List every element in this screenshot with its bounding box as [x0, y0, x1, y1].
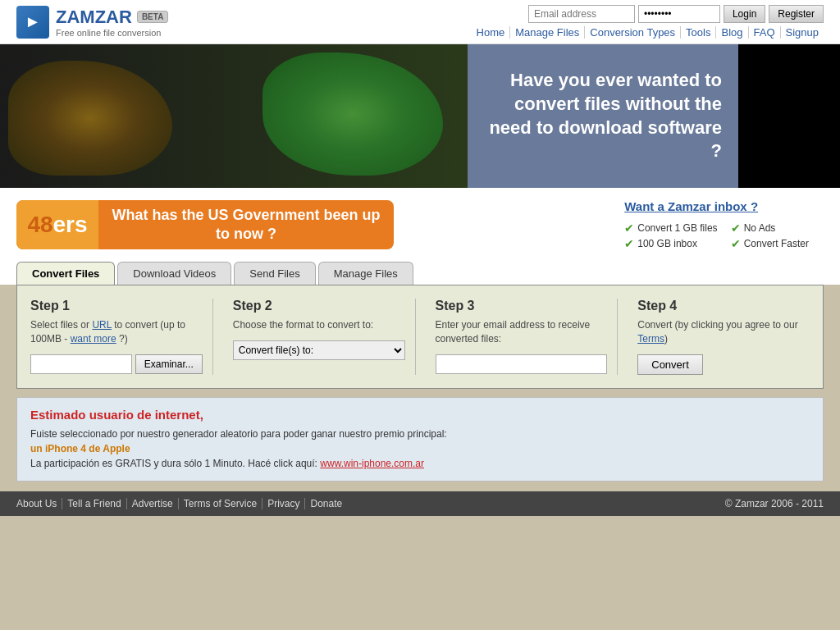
- logo-name-text: ZAMZAR: [56, 7, 132, 28]
- step1-browse-button[interactable]: Examinar...: [135, 354, 203, 374]
- step-3: Step 3 Enter your email address to recei…: [426, 299, 619, 375]
- footer-links: About Us Tell a Friend Advertise Terms o…: [16, 498, 347, 509]
- step-4: Step 4 Convert (by clicking you agree to…: [628, 299, 810, 375]
- step3-title: Step 3: [436, 299, 608, 313]
- step4-desc: Convert (by clicking you agree to our Te…: [637, 318, 810, 346]
- register-button[interactable]: Register: [769, 5, 824, 23]
- step2-format-select[interactable]: Convert file(s) to:: [233, 340, 405, 360]
- middle-section: 48ers What has the US Government been up…: [0, 188, 840, 262]
- logo-title: ZAMZAR BETA: [56, 7, 168, 28]
- footer-advertise[interactable]: Advertise: [127, 498, 179, 509]
- logo-text-area: ZAMZAR BETA Free online file conversion: [56, 7, 168, 38]
- footer-terms[interactable]: Terms of Service: [179, 498, 262, 509]
- inbox-features: ✔ Convert 1 GB files ✔ No Ads ✔ 100 GB i…: [624, 221, 824, 250]
- step1-input-area: Examinar...: [30, 354, 203, 374]
- tabs-area: Convert Files Download Videos Send Files…: [0, 262, 840, 285]
- step4-terms-link[interactable]: Terms: [637, 333, 664, 345]
- step2-desc: Choose the format to convert to:: [233, 318, 405, 332]
- email-input[interactable]: [528, 5, 635, 23]
- header-login: Login Register: [528, 5, 824, 23]
- login-button[interactable]: Login: [724, 5, 765, 23]
- step1-desc: Select files or URL to convert (up to 10…: [30, 318, 203, 346]
- check-icon-2: ✔: [731, 221, 741, 235]
- feature-convert-gb: ✔ Convert 1 GB files: [624, 221, 717, 235]
- logo-icon: ►: [16, 6, 49, 39]
- logo-arrow: ►: [25, 12, 41, 31]
- tab-bar: Convert Files Download Videos Send Files…: [16, 262, 824, 285]
- spam-iphone: un iPhone 4 de Apple: [30, 443, 130, 454]
- step2-input-area: Convert file(s) to:: [233, 340, 405, 360]
- logo-subtitle: Free online file conversion: [56, 28, 168, 38]
- tab-convert-files[interactable]: Convert Files: [16, 262, 115, 285]
- spam-link[interactable]: www.win-iphone.com.ar: [320, 458, 424, 469]
- nav-signup[interactable]: Signup: [781, 26, 824, 39]
- step2-title: Step 2: [233, 299, 405, 313]
- step4-title: Step 4: [637, 299, 810, 313]
- nav-manage-files[interactable]: Manage Files: [510, 26, 585, 39]
- step-1: Step 1 Select files or URL to convert (u…: [30, 299, 213, 375]
- logo-area: ► ZAMZAR BETA Free online file conversio…: [16, 6, 168, 39]
- nav-faq[interactable]: FAQ: [749, 26, 781, 39]
- tab-send-files[interactable]: Send Files: [234, 262, 315, 285]
- tab-manage-files[interactable]: Manage Files: [318, 262, 413, 285]
- feature-100gb: ✔ 100 GB inbox: [624, 237, 717, 250]
- check-icon-4: ✔: [731, 237, 741, 250]
- ad-logo: 48ers: [16, 200, 98, 249]
- steps-container: Step 1 Select files or URL to convert (u…: [16, 285, 824, 389]
- footer-donate[interactable]: Donate: [305, 498, 347, 509]
- banner-headline: Have you ever wanted to convert files wi…: [484, 69, 722, 162]
- footer-privacy[interactable]: Privacy: [262, 498, 305, 509]
- header: ► ZAMZAR BETA Free online file conversio…: [0, 0, 840, 44]
- nav-tools[interactable]: Tools: [681, 26, 716, 39]
- step3-desc: Enter your email address to receive conv…: [436, 318, 608, 346]
- banner-text-area: Have you ever wanted to convert files wi…: [468, 44, 738, 188]
- nav-home[interactable]: Home: [472, 26, 511, 39]
- banner-image: [0, 44, 468, 188]
- feature-no-ads: ✔ No Ads: [731, 221, 824, 235]
- feature-convert-faster: ✔ Convert Faster: [731, 237, 824, 250]
- footer-about-us[interactable]: About Us: [16, 498, 62, 509]
- ad-banner[interactable]: 48ers What has the US Government been up…: [16, 200, 394, 249]
- check-icon-1: ✔: [624, 221, 634, 235]
- chameleon-right-image: [262, 52, 443, 176]
- nav-conversion-types[interactable]: Conversion Types: [585, 26, 681, 39]
- check-icon-3: ✔: [624, 237, 634, 250]
- nav-blog[interactable]: Blog: [716, 26, 748, 39]
- tab-download-videos[interactable]: Download Videos: [117, 262, 231, 285]
- spam-line1: Fuiste seleccionado por nuestro generado…: [30, 428, 447, 440]
- spam-title: Estimado usuario de internet,: [30, 408, 810, 422]
- ad-logo-ers: ers: [53, 212, 88, 238]
- footer: About Us Tell a Friend Advertise Terms o…: [0, 491, 840, 516]
- header-right: Login Register Home Manage Files Convers…: [472, 5, 824, 39]
- password-input[interactable]: [638, 5, 720, 23]
- spam-body: Fuiste seleccionado por nuestro generado…: [30, 427, 810, 471]
- step1-file-input[interactable]: [30, 354, 132, 374]
- spam-line2: La participación es GRATIS y dura sólo 1…: [30, 458, 317, 469]
- beta-badge: BETA: [137, 11, 168, 23]
- spam-notice: Estimado usuario de internet, Fuiste sel…: [16, 397, 824, 482]
- step1-url-link[interactable]: URL: [92, 319, 112, 331]
- hero-banner: Have you ever wanted to convert files wi…: [0, 44, 840, 188]
- step3-email-input[interactable]: [436, 354, 608, 374]
- main-nav: Home Manage Files Conversion Types Tools…: [472, 26, 824, 39]
- step-2: Step 2 Choose the format to convert to: …: [223, 299, 416, 375]
- copyright: © Zamzar 2006 - 2011: [725, 498, 824, 509]
- step1-title: Step 1: [30, 299, 203, 313]
- convert-button[interactable]: Convert: [637, 354, 703, 375]
- inbox-promo: Want a Zamzar inbox ? ✔ Convert 1 GB fil…: [624, 199, 824, 250]
- ad-logo-48: 48: [27, 212, 52, 238]
- inbox-promo-link[interactable]: Want a Zamzar inbox ?: [624, 199, 824, 213]
- chameleon-left-image: [8, 61, 172, 176]
- step1-wantmore-link[interactable]: want more: [71, 333, 116, 345]
- footer-tell-friend[interactable]: Tell a Friend: [62, 498, 126, 509]
- ad-text: What has the US Government been up to no…: [98, 206, 394, 244]
